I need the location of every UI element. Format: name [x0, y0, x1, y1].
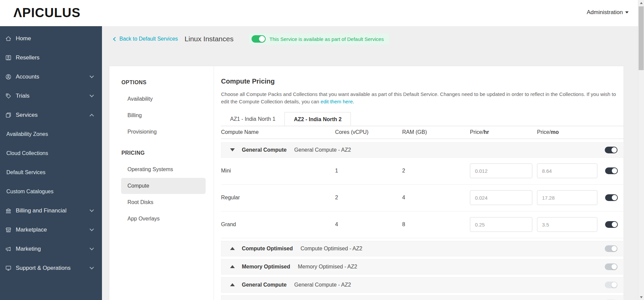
sidebar-item-label: Home: [16, 35, 93, 42]
toggle-knob: [612, 222, 617, 227]
price-mo-input[interactable]: [537, 190, 597, 205]
vertical-scrollbar[interactable]: [638, 0, 644, 300]
topbar: ΛPICULUS Administration: [0, 0, 644, 26]
sidebar-item-availability-zones[interactable]: Availability Zones: [0, 124, 102, 144]
option-label: Billing: [127, 112, 142, 118]
expand-arrow-icon[interactable]: [230, 283, 235, 286]
price-prefix: Price/: [470, 129, 484, 135]
tab-az1-india-north-1[interactable]: AZ1 - India North 1: [221, 112, 284, 126]
option-item-provisioning[interactable]: Provisioning: [121, 124, 206, 140]
sidebar-item-home[interactable]: Home: [0, 29, 102, 48]
option-item-billing[interactable]: Billing: [121, 107, 206, 123]
sidebar-item-cloud-collections[interactable]: Cloud Collections: [0, 144, 102, 163]
group-subtitle: General Compute - AZ2: [294, 282, 351, 288]
administration-menu[interactable]: Administration: [587, 9, 629, 16]
group-toggle[interactable]: [605, 245, 618, 252]
monitor-icon: [5, 264, 12, 272]
default-service-banner: This Service is available as part of Def…: [249, 33, 389, 45]
back-link-label: Back to Default Services: [119, 36, 178, 42]
sidebar-item-services[interactable]: Services: [0, 105, 102, 124]
row-toggle-cell: [605, 194, 618, 201]
table-row-grand: Grand 4 8: [221, 211, 624, 238]
sidebar-item-label: Marketing: [16, 246, 90, 252]
price-hr-input[interactable]: [470, 190, 532, 205]
row-toggle[interactable]: [605, 194, 618, 201]
sidebar-item-billing-financial[interactable]: Billing and Financial: [0, 201, 102, 220]
sidebar-subitem-label: Default Services: [6, 169, 46, 176]
group-toggle[interactable]: [605, 282, 618, 288]
options-panel: OPTIONS Availability Billing Provisionin…: [109, 66, 214, 300]
option-item-app-overlays[interactable]: App Overlays: [121, 211, 206, 227]
description-period: .: [353, 99, 354, 104]
collapse-arrow-icon[interactable]: [230, 148, 235, 151]
app-viewport: ΛPICULUS Administration Home Resellers A…: [0, 0, 644, 300]
storefront-icon: [5, 226, 12, 234]
pricing-heading: PRICING: [121, 150, 206, 156]
pricing-card: OPTIONS Availability Billing Provisionin…: [109, 66, 624, 300]
row-toggle[interactable]: [605, 221, 618, 228]
option-item-compute[interactable]: Compute: [121, 178, 206, 194]
sidebar-item-label: Trials: [16, 93, 90, 99]
option-item-availability[interactable]: Availability: [121, 91, 206, 107]
resellers-icon: [5, 54, 12, 61]
option-label: Availability: [127, 96, 153, 102]
sidebar-item-default-services[interactable]: Default Services: [0, 163, 102, 182]
sidebar-item-support-operations[interactable]: Support & Operations: [0, 258, 102, 278]
sidebar-item-label: Accounts: [16, 73, 90, 80]
sidebar-item-accounts[interactable]: Accounts: [0, 67, 102, 86]
group-name: Compute Optimised: [242, 246, 293, 252]
sidebar-item-resellers[interactable]: Resellers: [0, 48, 102, 67]
scrollbar-thumb[interactable]: [639, 6, 644, 70]
price-mo-cell: [537, 163, 605, 178]
cores-cell: 1: [335, 168, 402, 174]
scroll-up-arrow[interactable]: [638, 0, 644, 6]
apiculus-logo[interactable]: ΛPICULUS: [13, 6, 80, 20]
group-toggle[interactable]: [605, 147, 618, 153]
section-title: Compute Pricing: [221, 78, 624, 85]
sidebar-subitem-label: Custom Catalogues: [6, 189, 54, 195]
option-item-root-disks[interactable]: Root Disks: [121, 194, 206, 210]
services-icon: [5, 111, 12, 119]
row-toggle[interactable]: [605, 167, 618, 174]
chevron-down-icon: [90, 227, 94, 231]
service-banner-text: This Service is available as part of Def…: [269, 36, 384, 42]
group-row-memory-intensive: Memory Intensive Memory Intensive - AZ2: [221, 295, 624, 300]
group-subtitle: Memory Optimised - AZ2: [298, 264, 357, 270]
sidebar-item-marketplace[interactable]: Marketplace: [0, 220, 102, 239]
price-hr-input[interactable]: [470, 217, 532, 232]
page-title: Linux Instances: [184, 35, 233, 43]
sidebar-item-trials[interactable]: Trials: [0, 86, 102, 105]
service-availability-toggle[interactable]: [252, 35, 266, 43]
price-hr-input[interactable]: [470, 163, 532, 178]
ram-cell: 8: [402, 221, 470, 228]
sidebar-item-marketing[interactable]: Marketing: [0, 239, 102, 258]
scroll-down-arrow[interactable]: [638, 294, 644, 300]
group-subtitle: Compute Optimised - AZ2: [301, 246, 362, 252]
sidebar-item-label: Billing and Financial: [16, 207, 90, 214]
back-to-default-services-link[interactable]: Back to Default Services: [114, 36, 178, 42]
price-mo-input[interactable]: [537, 217, 597, 232]
expand-arrow-icon[interactable]: [230, 247, 235, 250]
home-icon: [5, 35, 12, 42]
price-mo-input[interactable]: [537, 163, 597, 178]
megaphone-icon: [5, 245, 12, 253]
option-item-operating-systems[interactable]: Operating Systems: [121, 161, 206, 178]
accounts-icon: [5, 73, 12, 81]
toggle-knob: [611, 264, 617, 269]
sidebar: Home Resellers Accounts Trials: [0, 26, 102, 300]
group-row-compute-optimised: Compute Optimised Compute Optimised - AZ…: [221, 241, 624, 256]
expand-arrow-icon[interactable]: [230, 265, 235, 268]
section-description: Choose all Compute Packs and Collections…: [221, 91, 622, 105]
col-compute-name: Compute Name: [221, 129, 335, 135]
cores-cell: 2: [335, 195, 402, 201]
group-toggle[interactable]: [605, 263, 618, 270]
group-name: General Compute: [242, 147, 286, 153]
edit-them-here-link[interactable]: edit them here: [321, 99, 353, 104]
sidebar-item-label: Resellers: [16, 54, 93, 61]
group-row-memory-optimised: Memory Optimised Memory Optimised - AZ2: [221, 259, 624, 274]
tab-az2-india-north-2[interactable]: AZ2 - India North 2: [284, 112, 351, 126]
arrow-up-icon: [640, 2, 643, 4]
sidebar-item-custom-catalogues[interactable]: Custom Catalogues: [0, 182, 102, 201]
cores-cell: 4: [335, 221, 402, 228]
price-hr-cell: [470, 217, 537, 232]
